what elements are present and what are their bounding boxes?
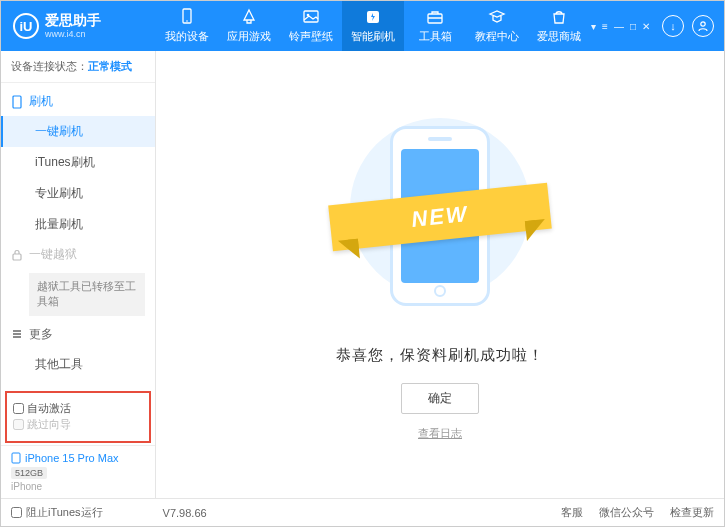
tab-flash[interactable]: 智能刷机: [342, 1, 404, 51]
sidebar-item-other[interactable]: 其他工具: [1, 349, 155, 380]
group-more[interactable]: 更多: [1, 320, 155, 349]
shop-icon: [550, 8, 568, 26]
list-icon: [11, 328, 23, 340]
user-button[interactable]: [692, 15, 714, 37]
view-log-link[interactable]: 查看日志: [418, 426, 462, 441]
tab-toolbox[interactable]: 工具箱: [404, 1, 466, 51]
image-icon: [302, 8, 320, 26]
svg-point-6: [701, 22, 705, 26]
flash-icon: [364, 8, 382, 26]
device-info: iPhone 15 Pro Max 512GB iPhone: [1, 445, 155, 498]
checkbox-auto-activate[interactable]: 自动激活: [13, 401, 71, 416]
header-right: ▾ ≡ — □ ✕ ↓: [591, 15, 724, 37]
maximize-icon[interactable]: □: [630, 21, 636, 32]
main-content: NEW 恭喜您，保资料刷机成功啦！ 确定 查看日志: [156, 51, 724, 498]
device-type: iPhone: [11, 481, 145, 492]
lock-icon: [11, 249, 23, 261]
group-jailbreak: 一键越狱: [1, 240, 155, 269]
svg-rect-8: [13, 254, 21, 260]
tab-my-device[interactable]: 我的设备: [156, 1, 218, 51]
sidebar-item-batch[interactable]: 批量刷机: [1, 209, 155, 240]
minimize-icon[interactable]: —: [614, 21, 624, 32]
app-subtitle: www.i4.cn: [45, 29, 101, 39]
tab-ringtones[interactable]: 铃声壁纸: [280, 1, 342, 51]
sidebar-item-itunes[interactable]: iTunes刷机: [1, 147, 155, 178]
header: iU 爱思助手 www.i4.cn 我的设备 应用游戏 铃声壁纸 智能刷机 工具…: [1, 1, 724, 51]
settings-icon[interactable]: ≡: [602, 21, 608, 32]
svg-rect-7: [13, 96, 21, 108]
toolbox-icon: [426, 8, 444, 26]
tab-shop[interactable]: 爱思商城: [528, 1, 590, 51]
top-tabs: 我的设备 应用游戏 铃声壁纸 智能刷机 工具箱 教程中心 爱思商城: [156, 1, 590, 51]
close-icon[interactable]: ✕: [642, 21, 650, 32]
menu-icon[interactable]: ▾: [591, 21, 596, 32]
jailbreak-note: 越狱工具已转移至工具箱: [29, 273, 145, 316]
footer-link-support[interactable]: 客服: [561, 505, 583, 520]
logo-area: iU 爱思助手 www.i4.cn: [1, 13, 156, 39]
checkbox-skip-guide[interactable]: 跳过向导: [13, 417, 71, 432]
sidebar-item-firmware[interactable]: 下载固件: [1, 380, 155, 389]
device-small-icon: [11, 452, 21, 464]
tab-apps[interactable]: 应用游戏: [218, 1, 280, 51]
download-button[interactable]: ↓: [662, 15, 684, 37]
sidebar: 设备连接状态：正常模式 刷机 一键刷机 iTunes刷机 专业刷机 批量刷机 一…: [1, 51, 156, 498]
phone-icon: [11, 95, 23, 109]
footer: 阻止iTunes运行 V7.98.66 客服 微信公众号 检查更新: [1, 498, 724, 526]
logo-icon: iU: [13, 13, 39, 39]
checkbox-block-itunes[interactable]: 阻止iTunes运行: [11, 505, 103, 520]
footer-link-wechat[interactable]: 微信公众号: [599, 505, 654, 520]
device-icon: [178, 8, 196, 26]
svg-rect-9: [12, 453, 20, 463]
device-capacity: 512GB: [11, 467, 47, 479]
sidebar-item-pro[interactable]: 专业刷机: [1, 178, 155, 209]
connection-status: 设备连接状态：正常模式: [1, 51, 155, 83]
app-title: 爱思助手: [45, 13, 101, 28]
activation-options: 自动激活 跳过向导: [5, 391, 151, 443]
group-flash[interactable]: 刷机: [1, 87, 155, 116]
confirm-button[interactable]: 确定: [401, 383, 479, 414]
success-illustration: NEW: [340, 108, 540, 328]
success-message: 恭喜您，保资料刷机成功啦！: [336, 346, 544, 365]
svg-point-1: [186, 20, 188, 22]
graduation-icon: [488, 8, 506, 26]
footer-link-update[interactable]: 检查更新: [670, 505, 714, 520]
window-controls: ▾ ≡ — □ ✕: [591, 21, 650, 32]
version-label: V7.98.66: [163, 507, 207, 519]
tab-tutorial[interactable]: 教程中心: [466, 1, 528, 51]
apps-icon: [240, 8, 258, 26]
sidebar-item-oneclick[interactable]: 一键刷机: [1, 116, 155, 147]
device-name: iPhone 15 Pro Max: [25, 452, 119, 464]
